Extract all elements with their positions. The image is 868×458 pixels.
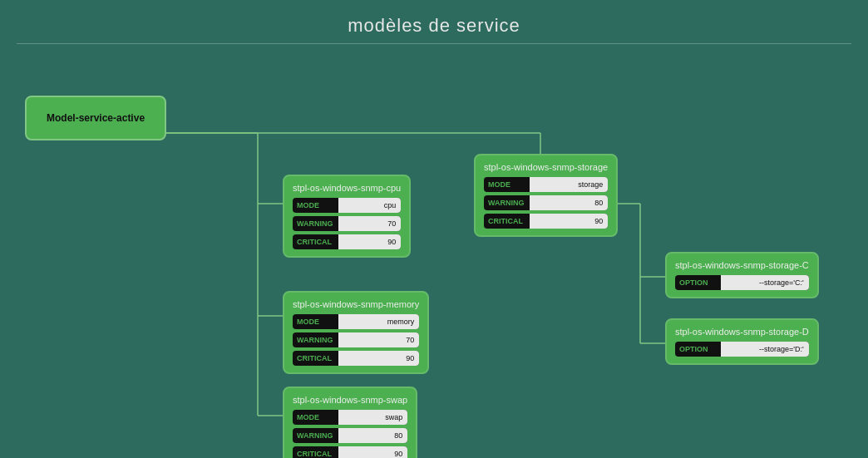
swap-warning-row: WARNING 80 bbox=[293, 428, 407, 443]
storage-warning-label: WARNING bbox=[484, 199, 530, 207]
node-storage-d-title: stpl-os-windows-snmp-storage-D bbox=[675, 327, 809, 337]
node-cpu[interactable]: stpl-os-windows-snmp-cpu MODE cpu WARNIN… bbox=[283, 175, 411, 258]
cpu-warning-row: WARNING 70 bbox=[293, 216, 401, 231]
memory-critical-label: CRITICAL bbox=[293, 354, 338, 362]
node-active[interactable]: Model-service-active bbox=[25, 96, 166, 140]
memory-critical-row: CRITICAL 90 bbox=[293, 351, 419, 366]
node-storage-d-fields: OPTION --storage='D:' bbox=[675, 342, 809, 357]
storage-mode-label: MODE bbox=[484, 180, 530, 189]
node-storage-c-fields: OPTION --storage='C:' bbox=[675, 275, 809, 290]
storage-mode-value: storage bbox=[530, 177, 608, 192]
storage-c-option-value: --storage='C:' bbox=[721, 275, 809, 290]
memory-warning-label: WARNING bbox=[293, 336, 338, 344]
node-storage[interactable]: stpl-os-windows-snmp-storage MODE storag… bbox=[474, 154, 618, 237]
diagram-canvas: Model-service-active stpl-os-windows-snm… bbox=[0, 46, 868, 458]
node-active-label: Model-service-active bbox=[35, 104, 156, 132]
storage-warning-value: 80 bbox=[530, 195, 608, 210]
cpu-mode-row: MODE cpu bbox=[293, 198, 401, 213]
swap-warning-value: 80 bbox=[338, 428, 407, 443]
node-storage-d[interactable]: stpl-os-windows-snmp-storage-D OPTION --… bbox=[665, 318, 819, 365]
swap-critical-value: 90 bbox=[338, 446, 407, 458]
node-cpu-title: stpl-os-windows-snmp-cpu bbox=[293, 183, 401, 193]
storage-critical-row: CRITICAL 90 bbox=[484, 214, 608, 229]
cpu-mode-value: cpu bbox=[338, 198, 401, 213]
node-memory-title: stpl-os-windows-snmp-memory bbox=[293, 299, 419, 309]
memory-mode-label: MODE bbox=[293, 318, 338, 326]
memory-mode-row: MODE memory bbox=[293, 314, 419, 329]
storage-d-option-value: --storage='D:' bbox=[721, 342, 809, 357]
page-title: modèles de service bbox=[0, 0, 868, 43]
swap-mode-row: MODE swap bbox=[293, 410, 407, 425]
storage-mode-row: MODE storage bbox=[484, 177, 608, 192]
node-storage-c[interactable]: stpl-os-windows-snmp-storage-C OPTION --… bbox=[665, 252, 819, 298]
storage-warning-row: WARNING 80 bbox=[484, 195, 608, 210]
node-storage-title: stpl-os-windows-snmp-storage bbox=[484, 162, 608, 172]
memory-mode-value: memory bbox=[338, 314, 419, 329]
cpu-warning-label: WARNING bbox=[293, 219, 338, 228]
node-memory-fields: MODE memory WARNING 70 CRITICAL 90 bbox=[293, 314, 419, 366]
cpu-critical-row: CRITICAL 90 bbox=[293, 234, 401, 249]
cpu-mode-label: MODE bbox=[293, 201, 338, 209]
memory-warning-value: 70 bbox=[338, 332, 419, 347]
node-swap-title: stpl-os-windows-snmp-swap bbox=[293, 395, 407, 405]
node-memory[interactable]: stpl-os-windows-snmp-memory MODE memory … bbox=[283, 291, 429, 374]
storage-critical-label: CRITICAL bbox=[484, 217, 530, 225]
swap-mode-label: MODE bbox=[293, 413, 338, 421]
cpu-critical-label: CRITICAL bbox=[293, 238, 338, 246]
swap-critical-row: CRITICAL 90 bbox=[293, 446, 407, 458]
swap-mode-value: swap bbox=[338, 410, 407, 425]
storage-c-option-row: OPTION --storage='C:' bbox=[675, 275, 809, 290]
node-storage-c-title: stpl-os-windows-snmp-storage-C bbox=[675, 260, 809, 270]
node-swap-fields: MODE swap WARNING 80 CRITICAL 90 bbox=[293, 410, 407, 458]
swap-critical-label: CRITICAL bbox=[293, 450, 338, 458]
storage-c-option-label: OPTION bbox=[675, 278, 721, 287]
swap-warning-label: WARNING bbox=[293, 431, 338, 440]
node-swap[interactable]: stpl-os-windows-snmp-swap MODE swap WARN… bbox=[283, 387, 417, 458]
node-storage-fields: MODE storage WARNING 80 CRITICAL 90 bbox=[484, 177, 608, 229]
cpu-critical-value: 90 bbox=[338, 234, 401, 249]
memory-critical-value: 90 bbox=[338, 351, 419, 366]
storage-d-option-label: OPTION bbox=[675, 345, 721, 353]
title-divider bbox=[17, 43, 851, 44]
cpu-warning-value: 70 bbox=[338, 216, 401, 231]
node-cpu-fields: MODE cpu WARNING 70 CRITICAL 90 bbox=[293, 198, 401, 249]
storage-d-option-row: OPTION --storage='D:' bbox=[675, 342, 809, 357]
memory-warning-row: WARNING 70 bbox=[293, 332, 419, 347]
storage-critical-value: 90 bbox=[530, 214, 608, 229]
